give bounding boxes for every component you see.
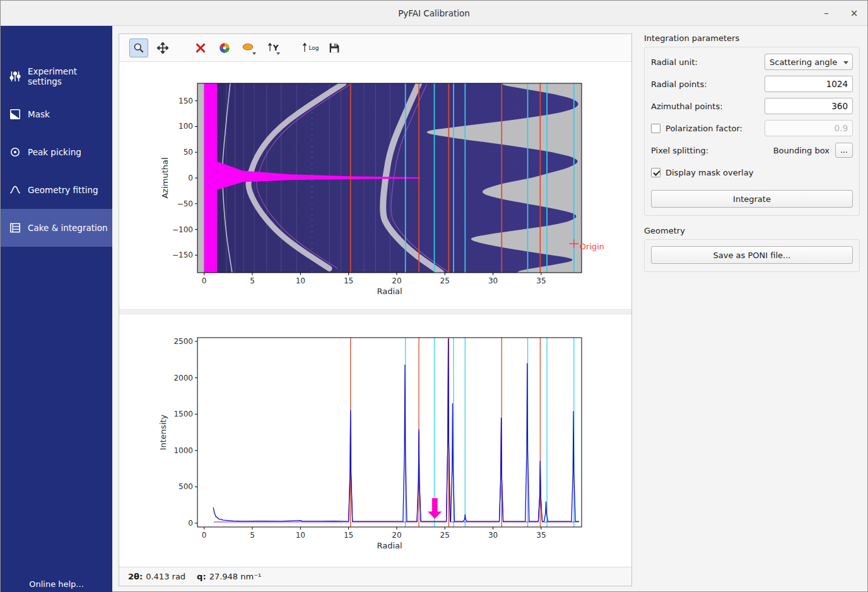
chevron-down-icon bbox=[843, 61, 848, 64]
save-plot-button[interactable] bbox=[325, 38, 344, 57]
svg-text:0: 0 bbox=[188, 519, 193, 528]
peak-curve-icon bbox=[9, 184, 21, 196]
sidebar-item-peak-picking[interactable]: Peak picking bbox=[1, 133, 112, 171]
svg-text:5: 5 bbox=[250, 531, 255, 540]
dropdown-caret-icon bbox=[276, 52, 280, 55]
svg-text:−100: −100 bbox=[172, 225, 193, 234]
svg-text:1000: 1000 bbox=[173, 446, 193, 455]
y-axis-label: Y bbox=[273, 44, 279, 52]
svg-text:100: 100 bbox=[179, 122, 193, 131]
svg-text:30: 30 bbox=[488, 276, 498, 285]
geometry-group: Save as PONI file... bbox=[644, 239, 860, 272]
minimize-button[interactable]: – bbox=[819, 6, 833, 20]
svg-text:25: 25 bbox=[440, 531, 450, 540]
sliders-icon bbox=[9, 70, 21, 83]
svg-text:35: 35 bbox=[536, 531, 546, 540]
app-window: PyFAI Calibration – × Experiment setting… bbox=[0, 0, 868, 592]
two-theta-label: 2θ: bbox=[128, 572, 143, 581]
pixel-splitting-label: Pixel splitting: bbox=[651, 146, 773, 155]
radial-points-input[interactable] bbox=[765, 76, 853, 92]
sidebar-item-label: Cake & integration bbox=[28, 223, 108, 233]
sidebar-item-label: Experiment settings bbox=[28, 66, 112, 86]
log-scale-button[interactable]: Log bbox=[301, 38, 320, 57]
sidebar-item-label: Peak picking bbox=[28, 147, 81, 157]
colormap-button[interactable] bbox=[215, 38, 234, 57]
sidebar-item-mask[interactable]: Mask bbox=[1, 95, 112, 133]
svg-text:35: 35 bbox=[536, 276, 546, 285]
radial-unit-select[interactable]: Scattering angle : bbox=[765, 54, 853, 70]
cake-plot-canvas[interactable]: 05101520253035−150−100−50050100150Radial… bbox=[126, 78, 631, 300]
svg-text:5: 5 bbox=[250, 276, 255, 285]
plot-panel: Y Log 051 bbox=[119, 33, 632, 586]
pixel-splitting-value: Bounding box bbox=[773, 146, 830, 155]
svg-text:0: 0 bbox=[202, 276, 207, 285]
floppy-save-icon bbox=[329, 42, 340, 54]
cake-plot[interactable]: 05101520253035−150−100−50050100150Radial… bbox=[126, 78, 631, 300]
integration-panel: Integration parameters Radial unit: Scat… bbox=[638, 26, 865, 592]
svg-text:150: 150 bbox=[179, 97, 193, 105]
magnifier-icon bbox=[133, 42, 144, 54]
svg-text:2000: 2000 bbox=[173, 374, 193, 382]
display-mask-label: Display mask overlay bbox=[666, 168, 853, 177]
pan-tool-button[interactable] bbox=[153, 38, 172, 57]
azimuthal-points-label: Azimuthal points: bbox=[651, 102, 765, 111]
svg-text:20: 20 bbox=[392, 276, 401, 285]
profile-plot[interactable]: 0510152025303505001000150020002500Radial… bbox=[126, 333, 631, 557]
title-bar: PyFAI Calibration – × bbox=[1, 1, 867, 26]
mask-icon bbox=[9, 108, 21, 121]
sidebar-item-cake-integration[interactable]: Cake & integration bbox=[1, 209, 112, 247]
zoom-tool-button[interactable] bbox=[129, 38, 148, 57]
svg-text:−150: −150 bbox=[172, 251, 193, 259]
svg-text:Intensity: Intensity bbox=[158, 414, 168, 450]
azimuthal-points-input[interactable] bbox=[765, 98, 853, 114]
target-icon bbox=[9, 146, 21, 158]
integration-parameters-group: Radial unit: Scattering angle : Radial p… bbox=[644, 47, 860, 216]
clear-markers-button[interactable] bbox=[191, 38, 210, 57]
geometry-title: Geometry bbox=[644, 226, 860, 235]
svg-text:20: 20 bbox=[392, 531, 401, 540]
svg-text:0: 0 bbox=[202, 531, 207, 540]
sidebar-item-experiment-settings[interactable]: Experiment settings bbox=[1, 57, 112, 95]
sidebar-item-label: Mask bbox=[28, 109, 50, 119]
online-help-link[interactable]: Online help... bbox=[1, 579, 112, 589]
polarization-input bbox=[765, 120, 853, 136]
plot-separator bbox=[119, 309, 631, 314]
polarization-checkbox[interactable] bbox=[651, 124, 660, 133]
updown-arrow-icon bbox=[302, 43, 308, 53]
plot-toolbar: Y Log bbox=[119, 34, 631, 62]
log-label: Log bbox=[308, 45, 319, 51]
ellipse-tool-button[interactable] bbox=[239, 38, 258, 57]
svg-text:15: 15 bbox=[344, 276, 353, 285]
profile-plot-canvas[interactable]: 0510152025303505001000150020002500Radial… bbox=[126, 333, 631, 557]
cake-panel-icon bbox=[9, 222, 21, 234]
y-axis-orientation-button[interactable]: Y bbox=[263, 38, 282, 57]
polarization-label: Polarization factor: bbox=[666, 124, 765, 133]
close-button[interactable]: × bbox=[847, 6, 861, 20]
svg-text:500: 500 bbox=[179, 482, 193, 491]
svg-text:10: 10 bbox=[296, 276, 305, 285]
svg-text:25: 25 bbox=[440, 276, 450, 285]
svg-text:30: 30 bbox=[488, 531, 498, 540]
svg-text:10: 10 bbox=[296, 531, 305, 540]
plot-status-bar: 2θ: 0.413 rad q: 27.948 nm⁻¹ bbox=[119, 567, 631, 586]
svg-text:Azimuthal: Azimuthal bbox=[160, 157, 170, 198]
dropdown-caret-icon bbox=[252, 52, 256, 55]
pixel-splitting-options-button[interactable]: ... bbox=[835, 143, 853, 158]
save-poni-button[interactable]: Save as PONI file... bbox=[651, 246, 853, 264]
sidebar-item-geometry-fitting[interactable]: Geometry fitting bbox=[1, 171, 112, 209]
svg-text:Radial: Radial bbox=[377, 287, 402, 296]
q-label: q: bbox=[197, 572, 206, 581]
svg-text:1500: 1500 bbox=[173, 410, 193, 418]
integration-parameters-title: Integration parameters bbox=[644, 33, 860, 43]
pan-icon bbox=[157, 42, 168, 54]
display-mask-checkbox[interactable] bbox=[651, 168, 660, 177]
window-title: PyFAI Calibration bbox=[398, 8, 470, 18]
svg-text:Origin: Origin bbox=[580, 242, 604, 251]
integrate-button[interactable]: Integrate bbox=[651, 190, 853, 208]
svg-text:−50: −50 bbox=[177, 199, 193, 208]
sidebar-item-label: Geometry fitting bbox=[28, 185, 98, 195]
radial-points-label: Radial points: bbox=[651, 80, 765, 89]
svg-text:15: 15 bbox=[344, 531, 353, 540]
sidebar: Experiment settings Mask Peak picking Ge… bbox=[1, 26, 112, 592]
q-value: 27.948 nm⁻¹ bbox=[209, 572, 262, 581]
